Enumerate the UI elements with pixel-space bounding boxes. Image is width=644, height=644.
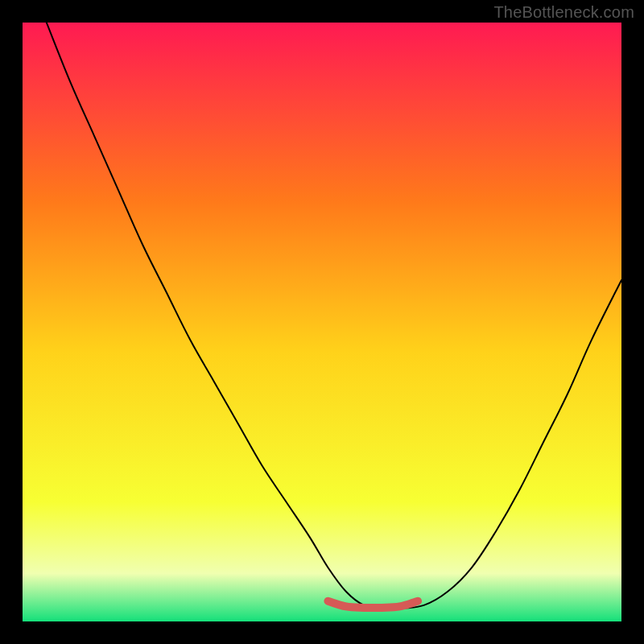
watermark-text: TheBottleneck.com <box>493 3 634 22</box>
chart-frame: TheBottleneck.com <box>0 0 644 644</box>
gradient-background <box>23 23 621 621</box>
plot-svg <box>23 23 621 621</box>
plot-area <box>23 23 621 621</box>
